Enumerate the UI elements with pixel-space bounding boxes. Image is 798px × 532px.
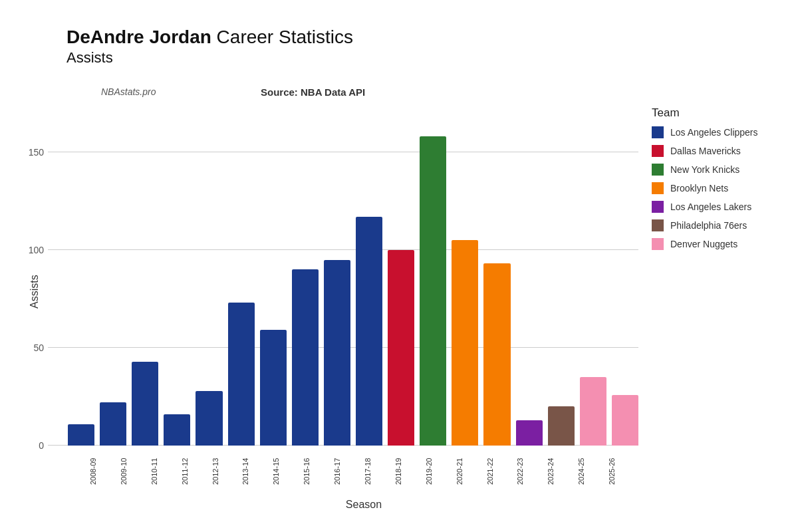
legend-item: Brooklyn Nets	[652, 182, 785, 194]
x-label: 2021-22	[486, 448, 517, 495]
bar-group	[612, 395, 638, 446]
legend-color-box	[652, 164, 664, 176]
plot-section: NBAstats.pro Source: NBA Data API 0 50	[48, 73, 638, 511]
bar	[68, 424, 94, 446]
x-label: 2025-26	[608, 448, 638, 495]
grid-and-bars: 0 50 100 150	[48, 113, 638, 446]
legend-label: Los Angeles Lakers	[670, 201, 751, 212]
x-label: 2024-25	[577, 448, 608, 495]
source-bold: NBA Data API	[301, 86, 365, 98]
bar-group	[100, 402, 126, 446]
legend-item: Denver Nuggets	[652, 238, 785, 250]
x-label: 2015-16	[303, 448, 333, 495]
bar-group	[324, 260, 350, 446]
y-tick-0: 0	[39, 440, 44, 451]
legend-label: New York Knicks	[670, 164, 739, 175]
x-label: 2011-12	[181, 448, 211, 495]
legend-item: Dallas Mavericks	[652, 145, 785, 157]
legend-item: Los Angeles Clippers	[652, 126, 785, 138]
bar-group	[516, 420, 543, 446]
source-credit: Source: NBA Data API	[261, 86, 365, 98]
x-label: 2009-10	[120, 448, 150, 495]
title-bold-part: DeAndre Jordan	[66, 27, 211, 47]
y-tick-50: 50	[33, 342, 44, 353]
bar	[324, 260, 350, 446]
x-label: 2013-14	[241, 448, 272, 495]
chart-area: Assists NBAstats.pro Source: NBA Data AP…	[27, 73, 785, 511]
x-axis-title: Season	[89, 499, 638, 511]
x-label: 2014-15	[272, 448, 303, 495]
bar-group	[228, 303, 255, 446]
bar	[548, 406, 575, 446]
legend-color-box	[652, 238, 664, 250]
bar	[260, 330, 287, 446]
bar-group	[164, 414, 190, 446]
y-tick-150: 150	[29, 147, 44, 158]
plot-and-legend: NBAstats.pro Source: NBA Data API 0 50	[48, 73, 785, 511]
bar-group	[452, 240, 478, 446]
legend-label: Denver Nuggets	[670, 239, 737, 249]
legend-label: Philadelphia 76ers	[670, 220, 747, 231]
bar	[100, 402, 126, 446]
legend-color-box	[652, 126, 664, 138]
chart-subtitle: Assists	[66, 49, 785, 66]
bar	[356, 217, 382, 446]
bar-group	[548, 406, 575, 446]
x-labels: 2008-092009-102010-112011-122012-132013-…	[89, 448, 638, 495]
x-label: 2022-23	[516, 448, 547, 495]
legend-title: Team	[652, 106, 785, 120]
bar	[420, 136, 446, 446]
x-label: 2020-21	[456, 448, 486, 495]
legend-color-box	[652, 201, 664, 213]
bar-group	[483, 263, 510, 446]
bar-group	[356, 217, 382, 446]
bar	[516, 420, 543, 446]
watermark: NBAstats.pro	[101, 86, 156, 97]
bar	[196, 391, 222, 446]
legend-color-box	[652, 145, 664, 157]
bar-group	[132, 362, 158, 446]
x-label: 2008-09	[89, 448, 120, 495]
x-label: 2023-24	[547, 448, 577, 495]
x-label: 2019-20	[425, 448, 456, 495]
bar-group	[420, 136, 446, 446]
bar-group	[580, 377, 606, 446]
bars-area	[68, 113, 638, 446]
bar	[228, 303, 255, 446]
bar	[483, 263, 510, 446]
x-label: 2018-19	[394, 448, 425, 495]
x-label: 2010-11	[150, 448, 181, 495]
legend-item: Los Angeles Lakers	[652, 201, 785, 213]
bar-group	[68, 424, 94, 446]
title-regular-part: Career Statistics	[211, 27, 353, 47]
bar-group	[260, 330, 287, 446]
legend-label: Los Angeles Clippers	[670, 127, 758, 138]
bar	[132, 362, 158, 446]
title-section: DeAndre Jordan Career Statistics Assists	[66, 27, 785, 66]
x-label: 2016-17	[333, 448, 364, 495]
source-prefix: Source:	[261, 86, 301, 98]
y-tick-100: 100	[29, 245, 44, 255]
x-label: 2012-13	[211, 448, 242, 495]
chart-title: DeAndre Jordan Career Statistics	[66, 27, 785, 48]
bar	[612, 395, 638, 446]
legend-label: Brooklyn Nets	[670, 183, 728, 194]
bar	[452, 240, 478, 446]
bar-group	[196, 391, 222, 446]
legend-color-box	[652, 182, 664, 194]
bar	[388, 250, 414, 446]
bar-group	[292, 269, 319, 446]
legend-items: Los Angeles ClippersDallas MavericksNew …	[652, 126, 785, 250]
legend-color-box	[652, 219, 664, 231]
chart-container: DeAndre Jordan Career Statistics Assists…	[0, 0, 798, 532]
x-label: 2017-18	[364, 448, 394, 495]
legend: Team Los Angeles ClippersDallas Maverick…	[638, 73, 785, 511]
legend-item: New York Knicks	[652, 164, 785, 176]
bar	[580, 377, 606, 446]
bar	[292, 269, 319, 446]
legend-label: Dallas Mavericks	[670, 146, 741, 156]
bar-group	[388, 250, 414, 446]
bar	[164, 414, 190, 446]
legend-item: Philadelphia 76ers	[652, 219, 785, 231]
